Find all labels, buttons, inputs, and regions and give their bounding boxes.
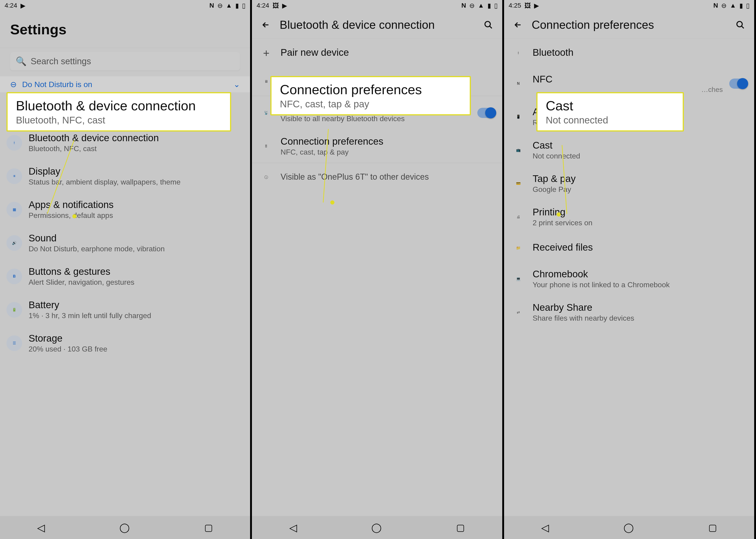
- wifi-icon: ▲: [730, 2, 736, 9]
- signal-icon: ▮: [487, 2, 491, 9]
- apps-icon: ▦: [13, 207, 16, 212]
- item-battery[interactable]: 🔋 Battery 1% · 3 hr, 3 min left until fu…: [0, 293, 250, 326]
- status-time: 4:24: [5, 2, 17, 9]
- nfc-toggle[interactable]: [729, 79, 748, 89]
- item-sub: Visible to all nearby Bluetooth devices: [281, 115, 471, 123]
- item-bluetooth[interactable]: ᚼ Bluetooth: [504, 39, 754, 67]
- item-received-files[interactable]: 📁 Received files: [504, 234, 754, 262]
- battery-icon: ▯: [242, 2, 245, 9]
- item-printing[interactable]: 🖨 Printing 2 print services on: [504, 200, 754, 234]
- sound-icon: 🔊: [12, 241, 17, 245]
- status-time: 4:24: [257, 2, 269, 9]
- item-title: Visible as "OnePlus 6T" to other devices: [281, 172, 496, 182]
- item-title: Bluetooth: [533, 47, 748, 58]
- search-button[interactable]: [481, 18, 496, 32]
- item-title: Pair new device: [281, 47, 496, 58]
- back-button[interactable]: [511, 18, 525, 32]
- nav-home-icon[interactable]: ◯: [624, 522, 634, 533]
- dnd-banner-text: Do Not Disturb is on: [22, 80, 228, 89]
- bluetooth-icon: ᚼ: [517, 51, 520, 55]
- phone-settings: 4:24 ▶ N ⊖ ▲ ▮ ▯ Settings 🔍 Search setti…: [0, 0, 252, 539]
- screenshot-icon: 🖼: [273, 2, 279, 9]
- nfc-icon: N: [517, 82, 520, 86]
- print-icon: 🖨: [517, 215, 520, 219]
- battery-icon: ▯: [494, 2, 498, 9]
- item-nearby-share[interactable]: ⇄ Nearby Share Share files with nearby d…: [504, 295, 754, 329]
- item-title: Battery: [29, 299, 244, 311]
- nfc-icon: N: [462, 2, 466, 9]
- item-title: Buttons & gestures: [29, 266, 244, 277]
- callout-sub: Not connected: [546, 115, 674, 126]
- buttons-icon: B: [13, 274, 16, 278]
- item-sub: Your phone is not linked to a Chromebook: [533, 280, 748, 289]
- item-sub: Share files with nearby devices: [533, 314, 748, 323]
- item-sub: Alert Slider, navigation, gestures: [29, 278, 244, 286]
- item-tap-pay[interactable]: 💳 Tap & pay Google Pay: [504, 167, 754, 200]
- item-pair-new[interactable]: + Pair new device: [252, 39, 502, 67]
- discoverable-icon: 📡: [264, 111, 269, 115]
- discoverable-toggle[interactable]: [477, 108, 496, 118]
- devices-icon: 🖥: [264, 79, 268, 84]
- callout-connpref: Connection preferences NFC, cast, tap & …: [270, 76, 471, 116]
- signal-icon: ▮: [235, 2, 239, 9]
- item-sub: Do Not Disturb, earphone mode, vibration: [29, 245, 244, 253]
- item-apps[interactable]: ▦ Apps & notifications Permissions, defa…: [0, 193, 250, 226]
- item-title: Cast: [533, 140, 748, 151]
- play-store-icon: ▶: [282, 2, 287, 9]
- callout-bluetooth: Bluetooth & device connection Bluetooth,…: [6, 92, 231, 131]
- callout-sub: Bluetooth, NFC, cast: [16, 115, 222, 126]
- page-title: Connection preferences: [532, 18, 726, 32]
- item-title: Apps & notifications: [29, 199, 244, 210]
- tap-pay-icon: 💳: [516, 181, 521, 186]
- chromebook-icon: 💻: [516, 277, 521, 281]
- nav-back-icon[interactable]: ◁: [541, 522, 549, 533]
- item-title: Sound: [29, 233, 244, 244]
- nav-back-icon[interactable]: ◁: [37, 522, 45, 533]
- item-cast[interactable]: 📺 Cast Not connected: [504, 133, 754, 167]
- item-sub: Bluetooth, NFC, cast: [29, 144, 244, 153]
- callout-title: Cast: [546, 98, 674, 113]
- wifi-icon: ▲: [226, 2, 232, 9]
- nav-home-icon[interactable]: ◯: [120, 522, 130, 533]
- item-sound[interactable]: 🔊 Sound Do Not Disturb, earphone mode, v…: [0, 226, 250, 260]
- dnd-banner[interactable]: ⊖ Do Not Disturb is on ⌄: [0, 76, 250, 93]
- nav-recent-icon[interactable]: ▢: [456, 522, 465, 533]
- item-chromebook[interactable]: 💻 Chromebook Your phone is not linked to…: [504, 262, 754, 295]
- appbar: Settings: [0, 11, 250, 48]
- back-button[interactable]: [258, 18, 273, 32]
- item-display[interactable]: ☀ Display Status bar, ambient display, w…: [0, 159, 250, 193]
- item-title: Nearby Share: [533, 302, 748, 313]
- page-title: Settings: [10, 21, 244, 38]
- display-icon: ☀: [13, 174, 16, 178]
- appbar: Bluetooth & device connection: [252, 11, 502, 39]
- item-sub: 2 print services on: [533, 219, 748, 227]
- item-connection-preferences[interactable]: 🎚 Connection preferences NFC, cast, tap …: [252, 129, 502, 163]
- item-buttons[interactable]: B Buttons & gestures Alert Slider, navig…: [0, 260, 250, 293]
- nav-recent-icon[interactable]: ▢: [708, 522, 717, 533]
- navbar: ◁ ◯ ▢: [252, 516, 502, 539]
- chevron-down-icon: ⌄: [233, 80, 240, 89]
- screenshot-icon: 🖼: [524, 2, 531, 9]
- nav-home-icon[interactable]: ◯: [371, 522, 382, 533]
- search-button[interactable]: [733, 18, 748, 32]
- item-storage[interactable]: ☰ Storage 20% used · 103 GB free: [0, 326, 250, 360]
- search-settings[interactable]: 🔍 Search settings: [10, 52, 240, 70]
- dnd-icon: ⊖: [217, 2, 223, 9]
- nfc-icon: N: [209, 2, 214, 9]
- item-sub: 1% · 3 hr, 3 min left until fully charge…: [29, 311, 244, 320]
- nav-back-icon[interactable]: ◁: [289, 522, 297, 533]
- dnd-icon: ⊖: [721, 2, 726, 9]
- svg-point-0: [485, 22, 490, 27]
- nav-recent-icon[interactable]: ▢: [204, 522, 213, 533]
- bluetooth-icon: ᚼ: [13, 141, 16, 145]
- nearby-icon: ⇄: [517, 310, 520, 314]
- signal-icon: ▮: [739, 2, 743, 9]
- appbar: Connection preferences: [504, 11, 754, 39]
- callout-title: Connection preferences: [280, 82, 462, 97]
- callout-dot: [72, 214, 76, 218]
- search-icon: 🔍: [16, 56, 27, 66]
- beam-icon: 📱: [516, 115, 521, 119]
- item-title: Connection preferences: [281, 136, 496, 147]
- nfc-icon: N: [714, 2, 718, 9]
- navbar: ◁ ◯ ▢: [504, 516, 754, 539]
